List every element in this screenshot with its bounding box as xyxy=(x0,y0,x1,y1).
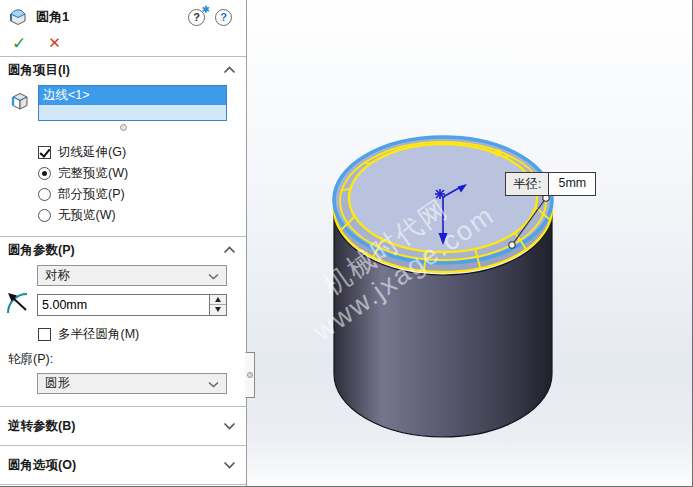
preview-vertex-dot xyxy=(495,150,502,157)
chevron-down-icon xyxy=(208,269,219,283)
tangent-propagation-checkbox[interactable] xyxy=(38,146,51,159)
radius-spinner[interactable] xyxy=(209,294,227,316)
partial-preview-row[interactable]: 部分预览(P) xyxy=(38,186,246,202)
chevron-down-icon xyxy=(223,458,236,472)
partial-preview-radio[interactable] xyxy=(38,188,51,201)
property-manager-panel: 圆角1 ? ✱ ? ✓ ✕ 圆角项目(I) xyxy=(0,0,247,486)
graphics-area[interactable]: 机械时代网 www.jxage.com 半径: 5mm xyxy=(247,0,692,486)
spinner-down-icon[interactable] xyxy=(210,305,226,315)
fillet-feature-icon xyxy=(8,6,28,29)
full-preview-row[interactable]: 完整预览(W) xyxy=(38,165,246,181)
checkbox-label[interactable]: 切线延伸(G) xyxy=(58,144,126,161)
edge-selection-listbox[interactable]: 边线<1> xyxy=(38,85,227,121)
tangent-propagation-row[interactable]: 切线延伸(G) xyxy=(38,144,246,160)
question-glyph: ? xyxy=(220,11,227,23)
group-title: 圆角参数(P) xyxy=(8,242,75,259)
spinner-up-icon[interactable] xyxy=(210,295,226,306)
ok-check-icon[interactable]: ✓ xyxy=(12,33,26,54)
group-header-fillet-options[interactable]: 圆角选项(O) xyxy=(0,446,246,484)
divider xyxy=(0,484,246,485)
solidworks-window: 圆角1 ? ✱ ? ✓ ✕ 圆角项目(I) xyxy=(0,0,693,487)
group-title: 圆角选项(O) xyxy=(8,457,76,474)
dropdown-value: 对称 xyxy=(45,267,70,284)
group-header-fillet-parameters[interactable]: 圆角参数(P) xyxy=(0,237,246,263)
dropdown-value: 圆形 xyxy=(45,375,70,392)
radio-label[interactable]: 完整预览(W) xyxy=(58,165,128,182)
radio-label[interactable]: 部分预览(P) xyxy=(58,186,125,203)
radio-label[interactable]: 无预览(W) xyxy=(58,207,116,224)
model-canvas xyxy=(247,0,692,486)
group-header-fillet-items[interactable]: 圆角项目(I) xyxy=(0,57,246,83)
grip-dot xyxy=(247,372,253,378)
cancel-x-icon[interactable]: ✕ xyxy=(48,34,61,52)
group-title: 圆角项目(I) xyxy=(8,62,70,79)
whats-new-help-icon[interactable]: ? ✱ xyxy=(188,9,205,26)
callout-value[interactable]: 5mm xyxy=(549,173,595,195)
multi-radius-checkbox[interactable] xyxy=(38,328,51,341)
question-glyph: ? xyxy=(193,11,200,23)
chevron-down-icon xyxy=(208,377,219,391)
chevron-down-icon xyxy=(223,419,236,433)
group-title: 逆转参数(B) xyxy=(8,418,75,435)
radius-input[interactable] xyxy=(37,294,209,316)
no-preview-radio[interactable] xyxy=(38,209,51,222)
checkbox-label[interactable]: 多半径圆角(M) xyxy=(58,326,139,343)
panel-toolbar: ✓ ✕ xyxy=(0,30,246,56)
full-preview-radio[interactable] xyxy=(38,167,51,180)
panel-title: 圆角1 xyxy=(36,8,188,26)
selected-edge-item[interactable]: 边线<1> xyxy=(39,86,226,105)
group-header-setback-parameters[interactable]: 逆转参数(B) xyxy=(0,407,246,445)
panel-resize-tab[interactable] xyxy=(245,352,255,398)
help-icon[interactable]: ? xyxy=(215,9,232,26)
no-preview-row[interactable]: 无预览(W) xyxy=(38,207,246,223)
new-star-icon: ✱ xyxy=(202,4,210,15)
chevron-up-icon xyxy=(223,63,236,77)
callout-label: 半径: xyxy=(506,173,549,195)
profile-dropdown[interactable]: 圆形 xyxy=(37,373,227,394)
radius-callout: 半径: 5mm xyxy=(505,172,596,196)
multi-radius-row[interactable]: 多半径圆角(M) xyxy=(38,326,246,342)
edge-selection-icon xyxy=(8,85,34,121)
listbox-resize-grip[interactable] xyxy=(120,124,127,131)
radius-icon xyxy=(5,291,31,318)
panel-titlebar: 圆角1 ? ✱ ? xyxy=(0,0,246,30)
profile-label: 轮廓(P): xyxy=(8,351,246,368)
chevron-up-icon xyxy=(223,243,236,257)
symmetry-dropdown[interactable]: 对称 xyxy=(37,265,227,286)
